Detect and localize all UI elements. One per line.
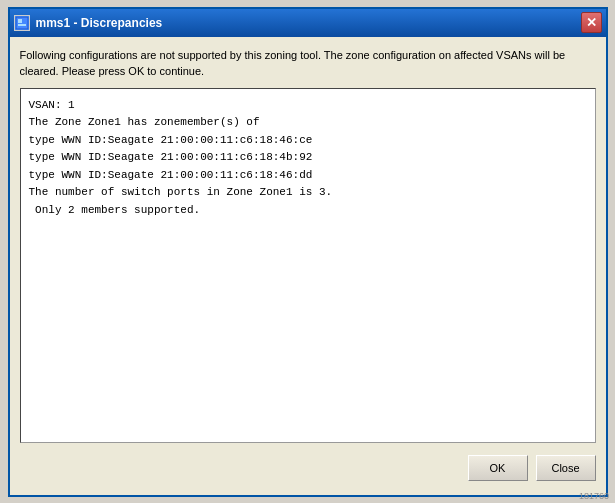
svg-rect-1 [18,19,22,23]
window-title: mms1 - Discrepancies [36,16,163,30]
content-area: VSAN: 1 The Zone Zone1 has zonemember(s)… [20,88,596,443]
content-text: VSAN: 1 The Zone Zone1 has zonemember(s)… [29,97,587,220]
button-bar: OK Close [20,451,596,485]
close-button[interactable]: Close [536,455,596,481]
warning-text: Following configurations are not support… [20,47,596,80]
watermark: 181760 [579,491,609,501]
window-icon [14,15,30,31]
window-body: Following configurations are not support… [10,37,606,495]
discrepancies-dialog: mms1 - Discrepancies ✕ Following configu… [8,7,608,497]
svg-rect-2 [18,24,26,26]
title-bar-left: mms1 - Discrepancies [14,15,163,31]
ok-button[interactable]: OK [468,455,528,481]
title-bar: mms1 - Discrepancies ✕ [10,9,606,37]
window-close-button[interactable]: ✕ [581,12,602,33]
